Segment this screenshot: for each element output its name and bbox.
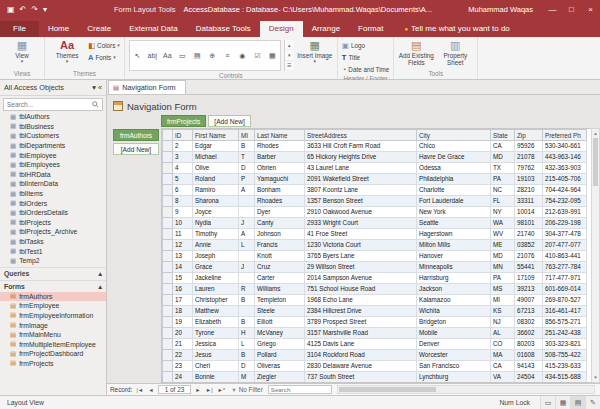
cell-city[interactable]: Hagerstown: [417, 229, 491, 240]
cell-preferred-ph[interactable]: 304-377-478: [543, 229, 587, 240]
cell-mi[interactable]: D: [239, 361, 255, 372]
cell-last-name[interactable]: Canty: [255, 218, 305, 229]
cell-id[interactable]: 2: [173, 141, 193, 152]
insert-image-button[interactable]: ▦ Insert Image ▾: [297, 39, 333, 64]
cell-preferred-ph[interactable]: 212-639-991: [543, 207, 587, 218]
cell-preferred-ph[interactable]: 704-424-964: [543, 185, 587, 196]
cell-last-name[interactable]: Oliveras: [255, 361, 305, 372]
cell-mi[interactable]: D: [239, 163, 255, 174]
ribbon-tab-format[interactable]: Format: [349, 21, 392, 37]
cell-id[interactable]: 23: [173, 361, 193, 372]
controls-gallery-scrollbar[interactable]: ▴ ▾ ☰: [284, 40, 294, 71]
cell-state[interactable]: TX: [491, 163, 515, 174]
close-button[interactable]: ×: [581, 0, 600, 19]
cell-zip[interactable]: 80203: [515, 339, 543, 350]
column-header-city[interactable]: City: [417, 130, 491, 141]
record-selector[interactable]: [163, 317, 173, 328]
cell-streetaddress[interactable]: 65 Hickory Heights Drive: [305, 152, 417, 163]
cell-streetaddress[interactable]: 2910 Oakwood Avenue: [305, 207, 417, 218]
cell-state[interactable]: ME: [491, 240, 515, 251]
cell-city[interactable]: Milton Mills: [417, 240, 491, 251]
cell-city[interactable]: Seattle: [417, 218, 491, 229]
record-selector[interactable]: [163, 350, 173, 361]
record-search-box[interactable]: [268, 385, 332, 394]
ribbon-tab-home[interactable]: Home: [39, 21, 78, 37]
cell-first-name[interactable]: Joyce: [193, 207, 239, 218]
cell-mi[interactable]: H: [239, 328, 255, 339]
cell-state[interactable]: WA: [491, 218, 515, 229]
record-selector[interactable]: [163, 229, 173, 240]
hyperlink-icon[interactable]: ⊕: [205, 52, 220, 60]
cell-streetaddress[interactable]: 3157 Marshville Road: [305, 328, 417, 339]
cell-preferred-ph[interactable]: 508-755-422: [543, 350, 587, 361]
cell-first-name[interactable]: Lauren: [193, 284, 239, 295]
cell-mi[interactable]: J: [239, 262, 255, 273]
cell-id[interactable]: 5: [173, 174, 193, 185]
cell-state[interactable]: MI: [491, 295, 515, 306]
themes-button[interactable]: Aa Themes ▾: [49, 39, 85, 64]
nav-item-tblhrdata[interactable]: ▦tblHRData: [0, 170, 106, 180]
cell-city[interactable]: Jackson: [417, 284, 491, 295]
cell-city[interactable]: Wichita: [417, 306, 491, 317]
cell-city[interactable]: Minneapolis: [417, 262, 491, 273]
property-sheet-button[interactable]: ▥ Property Sheet: [437, 39, 473, 66]
cell-first-name[interactable]: Joseph: [193, 251, 239, 262]
nav-item-temp2[interactable]: ▦Temp2: [0, 256, 106, 266]
cell-state[interactable]: PA: [491, 273, 515, 284]
cell-preferred-ph[interactable]: 410-863-441: [543, 251, 587, 262]
cell-id[interactable]: 12: [173, 240, 193, 251]
cell-mi[interactable]: L: [239, 339, 255, 350]
save-icon[interactable]: ▣: [7, 0, 15, 19]
cell-mi[interactable]: [239, 196, 255, 207]
cell-city[interactable]: Havre De Grace: [417, 152, 491, 163]
cell-mi[interactable]: A: [239, 185, 255, 196]
cell-state[interactable]: MS: [491, 284, 515, 295]
datasheet-view-button[interactable]: ▦: [555, 396, 570, 409]
cell-id[interactable]: 22: [173, 350, 193, 361]
cell-last-name[interactable]: Pollard: [255, 350, 305, 361]
record-selector[interactable]: [163, 306, 173, 317]
date-and-time-button[interactable]: ◔ Date and Time: [342, 65, 389, 74]
cell-preferred-ph[interactable]: 601-669-014: [543, 284, 587, 295]
cell-mi[interactable]: [239, 207, 255, 218]
nav-item-tblitems[interactable]: ▦tblItems: [0, 189, 106, 199]
cell-streetaddress[interactable]: 1357 Benson Street: [305, 196, 417, 207]
cell-streetaddress[interactable]: 2091 Wakefield Street: [305, 174, 417, 185]
minimize-button[interactable]: —: [543, 0, 562, 19]
cell-last-name[interactable]: Elliott: [255, 317, 305, 328]
navigation-control-icon[interactable]: ≡: [220, 52, 235, 59]
cell-last-name[interactable]: Williams: [255, 284, 305, 295]
cell-zip[interactable]: 10014: [515, 207, 543, 218]
cell-last-name[interactable]: Yamaguchi: [255, 174, 305, 185]
nav-item-tblemployees[interactable]: ▦tblEmployees: [0, 160, 106, 170]
nav-item-tblprojects-archive[interactable]: ▦tblProjects_Archive: [0, 227, 106, 237]
horizontal-scrollbar[interactable]: [337, 385, 595, 394]
record-selector[interactable]: [163, 262, 173, 273]
select-all-cell[interactable]: [163, 130, 173, 141]
cell-id[interactable]: 20: [173, 328, 193, 339]
cell-first-name[interactable]: Nydia: [193, 218, 239, 229]
record-selector[interactable]: [163, 251, 173, 262]
cell-zip[interactable]: 95926: [515, 141, 543, 152]
cell-streetaddress[interactable]: 1968 Echo Lane: [305, 295, 417, 306]
column-header-last-name[interactable]: Last Name: [255, 130, 305, 141]
nav-item-frmauthors[interactable]: ▤frmAuthors: [0, 292, 106, 302]
cell-zip[interactable]: 28210: [515, 185, 543, 196]
record-selector[interactable]: [163, 339, 173, 350]
cell-last-name[interactable]: Johnson: [255, 229, 305, 240]
cell-preferred-ph[interactable]: 206-229-198: [543, 218, 587, 229]
option-group-icon[interactable]: ◉: [235, 52, 250, 60]
label-icon[interactable]: Aa: [160, 52, 175, 59]
cell-city[interactable]: San Francisco: [417, 361, 491, 372]
cell-last-name[interactable]: Rhoades: [255, 196, 305, 207]
cell-first-name[interactable]: Matthew: [193, 306, 239, 317]
cell-last-name[interactable]: Francis: [255, 240, 305, 251]
cell-state[interactable]: CO: [491, 339, 515, 350]
scrollbar-thumb[interactable]: [339, 387, 436, 392]
cell-preferred-ph[interactable]: 530-340-661: [543, 141, 587, 152]
cell-first-name[interactable]: Ramiro: [193, 185, 239, 196]
record-selector[interactable]: [163, 284, 173, 295]
cell-zip[interactable]: 19103: [515, 174, 543, 185]
cell-mi[interactable]: T: [239, 152, 255, 163]
cell-zip[interactable]: 94143: [515, 361, 543, 372]
